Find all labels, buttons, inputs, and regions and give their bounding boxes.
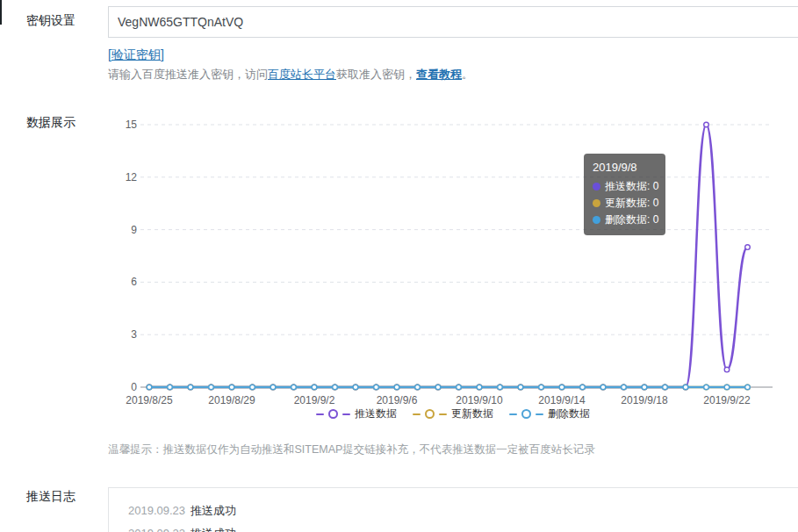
key-input[interactable]: [108, 6, 798, 38]
svg-text:2019/9/14: 2019/9/14: [538, 394, 586, 406]
help-part2: 获取准入密钥，: [336, 68, 416, 81]
tooltip-row-update: 更新数据: 0: [593, 195, 657, 212]
legend-line-icon: [316, 413, 324, 415]
svg-text:2019/9/6: 2019/9/6: [377, 394, 418, 406]
tooltip-text: 推送数据: 0: [605, 178, 658, 195]
log-entry: 2019.09.23推送成功: [128, 522, 783, 532]
svg-text:6: 6: [131, 276, 137, 288]
legend-line-icon: [439, 413, 447, 415]
legend-line-icon: [536, 413, 543, 415]
tooltip-row-delete: 删除数据: 0: [593, 212, 657, 228]
tooltip-date: 2019/9/8: [593, 160, 657, 175]
legend-circle-icon: [425, 409, 435, 419]
baidu-platform-link[interactable]: 百度站长平台: [268, 68, 336, 81]
verify-key-link-wrap: [验证密钥]: [108, 47, 164, 63]
legend-label: 删除数据: [548, 406, 590, 421]
log-status: 推送成功: [191, 527, 236, 532]
help-part1: 请输入百度推送准入密钥，访问: [108, 68, 268, 81]
svg-text:15: 15: [126, 119, 138, 131]
legend-label: 更新数据: [451, 406, 493, 421]
tooltip-text: 更新数据: 0: [605, 195, 658, 212]
help-part3: 。: [462, 68, 473, 81]
legend-circle-icon: [328, 409, 338, 419]
legend-item-push[interactable]: 推送数据: [316, 406, 397, 421]
data-display-label: 数据展示: [26, 115, 75, 131]
push-series-dot-icon: [593, 183, 600, 191]
legend-item-update[interactable]: 更新数据: [413, 406, 493, 421]
svg-text:2019/9/22: 2019/9/22: [703, 394, 751, 406]
svg-text:2019/8/29: 2019/8/29: [208, 394, 255, 406]
window-edge-tick: [0, 0, 2, 25]
log-status: 推送成功: [191, 504, 236, 517]
svg-text:2019/9/10: 2019/9/10: [456, 394, 503, 406]
tooltip-text: 删除数据: 0: [605, 212, 658, 228]
push-data-line-chart: 036912152019/8/252019/8/292019/9/22019/9…: [108, 112, 798, 409]
legend-line-icon: [413, 413, 421, 415]
update-series-dot-icon: [593, 199, 600, 207]
svg-text:3: 3: [131, 328, 137, 341]
svg-text:0: 0: [131, 381, 137, 393]
log-date: 2019.09.23: [128, 527, 185, 532]
push-log-box: 2019.09.23推送成功 2019.09.23推送成功: [108, 487, 798, 532]
legend-label: 推送数据: [355, 406, 397, 421]
verify-key-link[interactable]: [验证密钥]: [108, 47, 164, 61]
key-settings-label: 密钥设置: [26, 13, 75, 29]
chart-tooltip: 2019/9/8 推送数据: 0 更新数据: 0 删除数据: 0: [584, 154, 665, 235]
key-help-text: 请输入百度推送准入密钥，访问百度站长平台获取准入密钥，查看教程。: [108, 67, 473, 83]
svg-text:2019/9/18: 2019/9/18: [621, 394, 668, 406]
svg-text:2019/8/25: 2019/8/25: [126, 394, 173, 406]
tutorial-link[interactable]: 查看教程: [416, 68, 462, 81]
legend-item-delete[interactable]: 删除数据: [509, 406, 590, 421]
legend-circle-icon: [521, 409, 531, 419]
log-entry: 2019.09.23推送成功: [128, 500, 783, 522]
chart-legend: 推送数据 更新数据 删除数据: [108, 406, 798, 421]
log-date: 2019.09.23: [128, 504, 185, 517]
chart-disclaimer: 温馨提示：推送数据仅作为自动推送和SITEMAP提交链接补充，不代表推送数据一定…: [108, 442, 595, 457]
legend-line-icon: [342, 413, 350, 415]
delete-series-dot-icon: [593, 216, 600, 224]
tooltip-row-push: 推送数据: 0: [593, 178, 657, 195]
legend-line-icon: [509, 413, 517, 415]
svg-text:9: 9: [131, 224, 137, 236]
svg-text:12: 12: [126, 171, 138, 183]
push-log-label: 推送日志: [26, 489, 75, 505]
svg-text:2019/9/2: 2019/9/2: [294, 394, 335, 406]
